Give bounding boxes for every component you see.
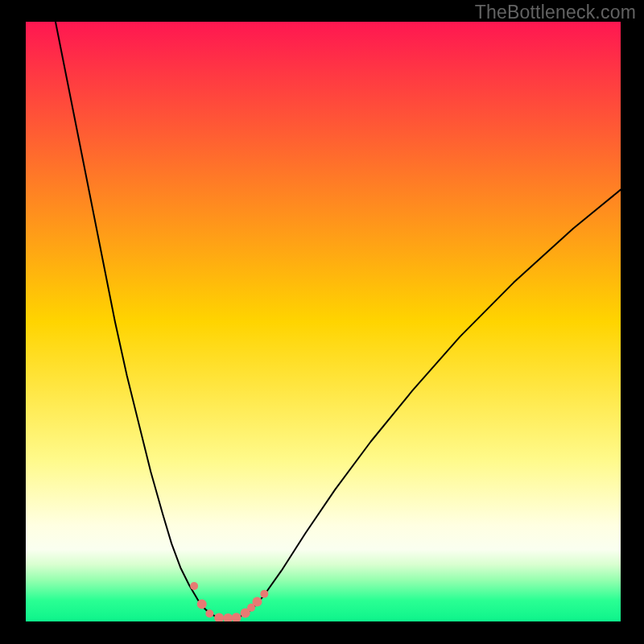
marker-dot bbox=[190, 582, 198, 590]
marker-dot bbox=[205, 609, 213, 617]
marker-dot bbox=[252, 597, 262, 606]
plot-area bbox=[26, 22, 621, 621]
watermark-text: TheBottleneck.com bbox=[475, 2, 636, 23]
plot-svg bbox=[26, 22, 621, 621]
marker-dot bbox=[197, 599, 207, 609]
marker-dot bbox=[260, 590, 268, 598]
chart-frame: TheBottleneck.com bbox=[0, 0, 644, 644]
